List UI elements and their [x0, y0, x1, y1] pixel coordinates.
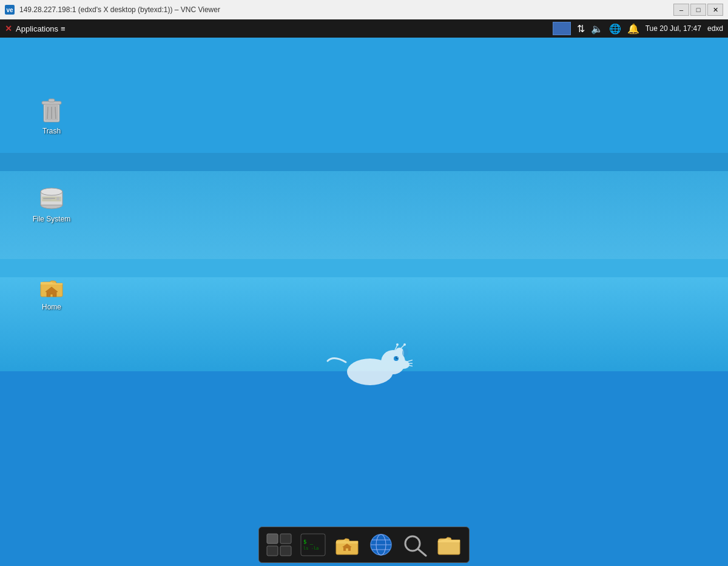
svg-point-9 — [41, 188, 62, 195]
taskbar-file-manager[interactable] — [433, 530, 465, 560]
svg-line-44 — [418, 549, 426, 556]
panel-right: ⇅ 🔈 🌐 🔔 Tue 20 Jul, 17:47 edxd — [577, 23, 723, 35]
notification-icon[interactable]: 🔔 — [627, 23, 639, 35]
svg-point-27 — [396, 343, 399, 346]
volume-icon[interactable]: 🔈 — [591, 23, 603, 35]
svg-rect-11 — [43, 198, 55, 199]
taskbar-search[interactable] — [399, 530, 431, 560]
title-bar-text: 149.28.227.198:1 (edxd's X desktop (byte… — [19, 5, 669, 14]
filesystem-label: File System — [33, 215, 71, 223]
bg-band-4 — [0, 259, 728, 277]
filesystem-icon-item[interactable]: File System — [24, 183, 79, 223]
top-panel: ✕ Applications ≡ ⇅ 🔈 🌐 🔔 Tue 20 Jul, 17:… — [0, 19, 728, 38]
svg-rect-13 — [56, 197, 59, 200]
vnc-app-icon: ve — [5, 5, 15, 15]
globe-icon: 🌐 — [609, 23, 621, 35]
xfce-logo: ✕ — [5, 24, 12, 33]
svg-rect-30 — [267, 534, 278, 544]
home-label: Home — [42, 303, 61, 311]
svg-rect-33 — [280, 546, 291, 556]
applications-label: Applications — [16, 24, 58, 33]
maximize-button[interactable]: □ — [690, 4, 706, 16]
trash-icon-item[interactable]: Trash — [24, 95, 79, 135]
filesystem-icon-image — [37, 183, 66, 212]
svg-text:ls -la: ls -la — [303, 546, 318, 551]
datetime-label: Tue 20 Jul, 17:47 — [645, 24, 701, 33]
trash-icon-image — [37, 95, 66, 124]
taskbar-browser[interactable] — [365, 530, 397, 560]
xfce-mouse-logo — [315, 318, 413, 391]
title-bar: ve 149.28.227.198:1 (edxd's X desktop (b… — [0, 0, 728, 19]
taskbar-terminal[interactable]: $ _ ls -la — [297, 530, 329, 560]
desktop-background[interactable]: Trash — [0, 38, 728, 566]
bg-band-3 — [0, 171, 728, 259]
bg-band-2 — [0, 153, 728, 171]
home-icon-item[interactable]: Home — [24, 271, 79, 311]
svg-line-4 — [47, 107, 48, 119]
taskbar-desktop-switcher[interactable] — [263, 530, 295, 560]
applications-menu-icon: ≡ — [61, 24, 66, 33]
taskbar-home-folder[interactable] — [331, 530, 363, 560]
network-icon: ⇅ — [577, 23, 585, 35]
svg-point-22 — [397, 357, 398, 358]
vnc-window: ve 149.28.227.198:1 (edxd's X desktop (b… — [0, 0, 728, 566]
svg-rect-31 — [280, 534, 291, 544]
panel-taskbar-switcher[interactable] — [553, 22, 571, 35]
desktop: ✕ Applications ≡ ⇅ 🔈 🌐 🔔 Tue 20 Jul, 17:… — [0, 19, 728, 566]
user-label: edxd — [707, 24, 723, 33]
svg-line-6 — [55, 107, 56, 119]
svg-rect-3 — [49, 99, 55, 102]
svg-point-29 — [403, 343, 406, 346]
svg-text:$ _: $ _ — [303, 539, 314, 545]
trash-label: Trash — [42, 127, 61, 135]
close-button[interactable]: ✕ — [707, 4, 723, 16]
home-icon-image — [37, 271, 66, 300]
svg-rect-32 — [267, 546, 278, 556]
title-bar-controls: – □ ✕ — [673, 4, 723, 16]
minimize-button[interactable]: – — [673, 4, 689, 16]
bg-band-1 — [0, 38, 728, 153]
svg-rect-34 — [301, 534, 325, 556]
svg-rect-12 — [43, 200, 52, 200]
applications-menu[interactable]: ✕ Applications ≡ — [5, 24, 66, 33]
taskbar: $ _ ls -la — [258, 527, 470, 563]
